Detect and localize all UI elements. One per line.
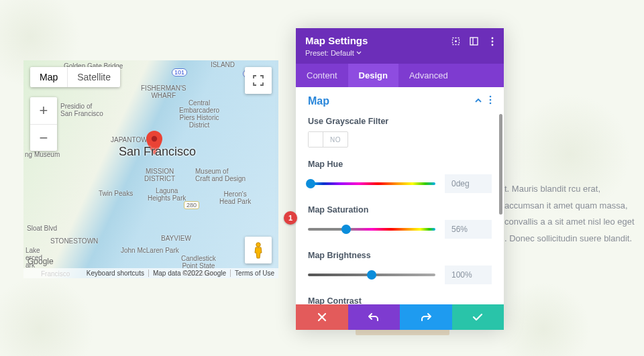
svg-point-11 (490, 103, 492, 105)
option-brightness: Map Brightness 100% (308, 251, 492, 284)
close-icon (317, 312, 327, 322)
svg-point-1 (256, 243, 260, 247)
panel-preset-label: Preset: Default (305, 49, 354, 57)
panel-tabs: Content Design Advanced (296, 64, 504, 87)
panel-preset-dropdown[interactable]: Preset: Default (305, 49, 362, 57)
cancel-button[interactable] (296, 304, 348, 330)
map-poi-label: Presidio of San Francisco (60, 103, 103, 117)
option-label: Map Hue (308, 160, 492, 169)
map-zoom-control: + − (30, 97, 57, 151)
panel-expand-button[interactable] (451, 36, 461, 46)
option-label: Map Contrast (308, 296, 492, 304)
tab-content[interactable]: Content (296, 64, 348, 87)
chevron-down-icon (356, 50, 362, 56)
map-type-satellite-button[interactable]: Satellite (67, 67, 120, 87)
svg-point-6 (491, 37, 493, 39)
map-city-label: San Francisco (119, 145, 196, 159)
saturation-slider[interactable] (308, 224, 435, 235)
panel-header-controls (451, 36, 497, 46)
svg-point-3 (455, 40, 457, 42)
map-poi-label: MISSION DISTRICT (144, 168, 175, 182)
section-header: Map (308, 95, 492, 107)
svg-rect-4 (470, 38, 478, 45)
tab-design[interactable]: Design (348, 64, 398, 87)
slider-track (308, 182, 435, 185)
map-pegman-button[interactable] (245, 237, 272, 263)
map-poi-label: FISHERMAN'S WHARF (141, 84, 186, 99)
option-label: Map Brightness (308, 251, 492, 260)
panel-actions (296, 304, 504, 330)
redo-icon (421, 312, 431, 322)
map-footer: Keyboard shortcuts Map data ©2022 Google… (23, 268, 278, 278)
brightness-value-input[interactable]: 100% (445, 265, 492, 284)
panel-body: Map Use Grayscale Filter NO Map Hue 0deg (296, 87, 504, 304)
map-route-label: 101 (172, 68, 187, 76)
map-poi-label: Heron's Head Park (219, 190, 251, 205)
map-terms-link[interactable]: Terms of Use (230, 270, 274, 277)
map-type-control: Map Satellite (30, 67, 120, 87)
svg-point-10 (490, 99, 492, 101)
section-more-button[interactable] (489, 95, 492, 107)
map-poi-label: Twin Peaks (99, 190, 133, 197)
map-poi-label: Central Embarcadero Piers Historic Distr… (179, 99, 219, 129)
svg-point-7 (491, 40, 493, 42)
toggle-state: NO (323, 136, 347, 143)
save-button[interactable] (452, 304, 504, 330)
map-poi-label: STONESTOWN (50, 237, 98, 245)
map-fullscreen-button[interactable] (245, 67, 272, 94)
map-poi-label: ISLAND (211, 61, 235, 68)
map-poi-label: BAYVIEW (161, 235, 191, 242)
map-poi-label: ng Museum (25, 151, 60, 158)
map-settings-panel: Map Settings Preset: Default Content Des… (296, 28, 504, 330)
brightness-slider[interactable] (308, 270, 435, 280)
tab-advanced[interactable]: Advanced (398, 64, 459, 87)
option-contrast: Map Contrast 100% (308, 296, 492, 304)
slider-track (308, 228, 435, 231)
check-icon (472, 313, 483, 321)
toggle-knob (309, 132, 323, 147)
map-poi-label: Sloat Blvd (27, 225, 57, 232)
bg-texture (0, 276, 94, 356)
map-logo: Google (28, 257, 54, 266)
slider-thumb[interactable] (367, 270, 376, 280)
section-title: Map (308, 95, 329, 107)
option-label: Use Grayscale Filter (308, 117, 492, 126)
section-collapse-button[interactable] (474, 95, 482, 107)
panel-header[interactable]: Map Settings Preset: Default (296, 28, 504, 64)
page-body-text: t. Mauris blandit rcu erat, accumsan it … (504, 181, 639, 247)
map-embed[interactable]: Golden Gate Bridge ISLAND FISHERMAN'S WH… (23, 60, 278, 278)
panel-snap-button[interactable] (469, 36, 479, 46)
map-poi-label: Laguna Heights Park (148, 187, 186, 202)
bg-texture (496, 282, 590, 356)
option-hue: Map Hue 0deg (308, 160, 492, 193)
redo-button[interactable] (400, 304, 452, 330)
undo-button[interactable] (348, 304, 400, 330)
hue-value-input[interactable]: 0deg (445, 174, 492, 193)
slider-thumb[interactable] (341, 225, 351, 234)
map-poi-label: John McLaren Park (121, 247, 179, 254)
map-zoom-out-button[interactable]: − (30, 124, 57, 151)
map-attribution[interactable]: Map data ©2022 Google (148, 270, 226, 277)
option-label: Map Saturation (308, 205, 492, 215)
map-type-map-button[interactable]: Map (30, 67, 67, 87)
map-canvas[interactable]: Golden Gate Bridge ISLAND FISHERMAN'S WH… (23, 60, 278, 278)
scrollbar[interactable] (499, 114, 502, 215)
panel-more-button[interactable] (487, 36, 497, 46)
grayscale-toggle[interactable]: NO (308, 131, 348, 147)
svg-point-8 (491, 44, 493, 46)
saturation-value-input[interactable]: 56% (445, 220, 492, 239)
hue-slider[interactable] (308, 178, 435, 189)
option-saturation: Map Saturation 56% (308, 205, 492, 239)
svg-point-0 (152, 136, 157, 141)
map-keyboard-shortcuts-link[interactable]: Keyboard shortcuts (87, 270, 144, 277)
map-zoom-in-button[interactable]: + (30, 97, 57, 124)
option-grayscale: Use Grayscale Filter NO (308, 117, 492, 147)
map-route-label: 280 (184, 201, 199, 209)
map-poi-label: Museum of Craft and Design (195, 168, 246, 182)
svg-point-9 (490, 96, 492, 98)
callout-badge: 1 (284, 211, 297, 225)
undo-icon (368, 312, 379, 322)
slider-thumb[interactable] (306, 179, 315, 188)
